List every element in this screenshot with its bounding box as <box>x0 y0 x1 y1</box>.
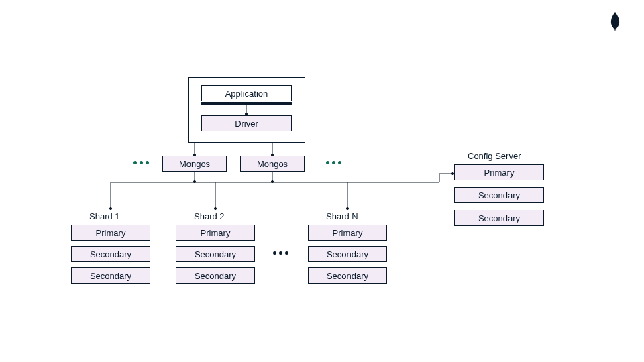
application-label: Application <box>225 88 268 99</box>
shardn-secondary1-label: Secondary <box>327 249 368 259</box>
svg-point-17 <box>214 207 216 209</box>
mongos-left-box: Mongos <box>162 156 227 172</box>
driver-box: Driver <box>201 115 292 131</box>
ellipsis-routers-left-icon <box>133 161 149 164</box>
shardn-secondary2-label: Secondary <box>327 271 368 281</box>
shard2-title: Shard 2 <box>194 211 225 221</box>
shard1-secondary2-label: Secondary <box>90 271 131 281</box>
config-secondary1-label: Secondary <box>478 190 520 200</box>
connector-lines <box>0 0 644 362</box>
shard2-secondary2-box: Secondary <box>176 267 255 284</box>
config-primary-label: Primary <box>484 168 515 178</box>
svg-point-9 <box>271 180 273 182</box>
shardn-primary-box: Primary <box>308 225 387 241</box>
app-driver-separator <box>201 102 292 105</box>
config-primary-box: Primary <box>454 164 544 180</box>
mongos-right-box: Mongos <box>240 156 305 172</box>
shardn-secondary2-box: Secondary <box>308 267 387 284</box>
svg-point-15 <box>109 207 111 209</box>
config-secondary2-label: Secondary <box>478 213 520 223</box>
shard2-secondary1-label: Secondary <box>195 249 236 259</box>
shard2-primary-box: Primary <box>176 225 255 241</box>
shard1-secondary2-box: Secondary <box>71 267 150 284</box>
mongos-left-label: Mongos <box>179 159 210 169</box>
shard2-primary-label: Primary <box>201 228 231 238</box>
svg-point-7 <box>193 180 195 182</box>
ellipsis-routers-right-icon <box>326 161 341 164</box>
shardn-title: Shard N <box>326 211 358 221</box>
mongos-right-label: Mongos <box>257 159 288 169</box>
shard1-primary-label: Primary <box>96 228 126 238</box>
mongodb-leaf-icon <box>608 12 623 31</box>
config-server-title: Config Server <box>468 151 521 161</box>
svg-point-19 <box>346 207 348 209</box>
shard1-secondary1-label: Secondary <box>90 249 131 259</box>
shard1-title: Shard 1 <box>89 211 120 221</box>
shardn-primary-label: Primary <box>333 228 363 238</box>
application-box: Application <box>201 85 292 101</box>
shard2-secondary2-label: Secondary <box>195 271 236 281</box>
shardn-secondary1-box: Secondary <box>308 246 387 262</box>
driver-label: Driver <box>235 119 258 129</box>
shard1-secondary1-box: Secondary <box>71 246 150 262</box>
ellipsis-shards-icon <box>273 251 288 255</box>
config-secondary1-box: Secondary <box>454 187 544 203</box>
shard2-secondary1-box: Secondary <box>176 246 255 262</box>
config-secondary2-box: Secondary <box>454 210 544 226</box>
shard1-primary-box: Primary <box>71 225 150 241</box>
